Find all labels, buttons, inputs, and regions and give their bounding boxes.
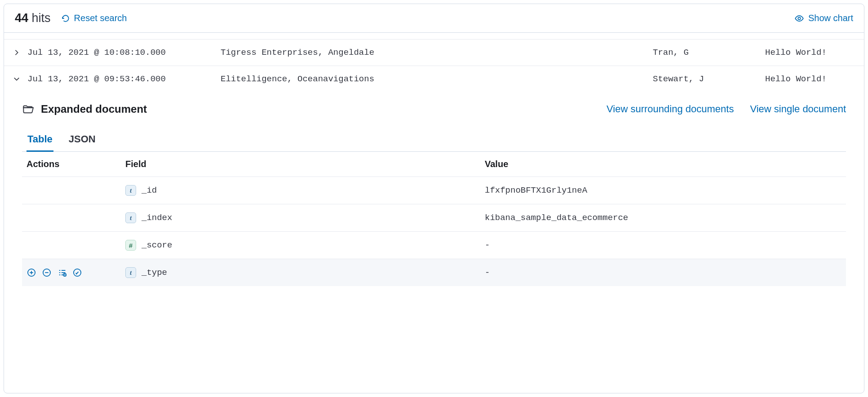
expanded-header: Expanded document View surrounding docum…	[22, 103, 846, 115]
eye-icon	[795, 14, 804, 23]
field-name: _id	[142, 185, 157, 195]
expand-toggle[interactable]	[13, 75, 20, 83]
discover-panel: 44 hits Reset search Show chart	[4, 4, 864, 393]
col-company: Elitelligence, Oceanavigations	[221, 74, 653, 84]
field-value-cell: -	[480, 232, 846, 259]
th-actions: Actions	[22, 152, 121, 177]
row-columns: Jul 13, 2021 @ 09:53:46.000 Elitelligenc…	[27, 74, 855, 84]
toggle-column-icon[interactable]	[57, 268, 67, 278]
svg-point-0	[798, 17, 801, 20]
field-name-cell: t _id	[121, 177, 480, 204]
doc-tabs: Table JSON	[22, 129, 846, 152]
field-row: t _type -	[22, 259, 846, 287]
expand-toggle[interactable]	[13, 49, 20, 56]
field-name: _index	[142, 213, 172, 223]
actions-cell	[22, 204, 121, 232]
hits-number: 44	[15, 11, 28, 25]
tab-json[interactable]: JSON	[68, 129, 97, 152]
tab-table[interactable]: Table	[27, 129, 53, 152]
filter-out-icon[interactable]	[42, 268, 52, 278]
expanded-document: Expanded document View surrounding docum…	[4, 92, 864, 286]
field-row: # _score -	[22, 232, 846, 259]
col-name: Tran, G	[653, 48, 765, 57]
field-value-cell: kibana_sample_data_ecommerce	[480, 204, 846, 232]
filter-exists-icon[interactable]	[72, 268, 82, 278]
field-name: _score	[142, 240, 172, 250]
col-message: Hello World!	[765, 74, 855, 84]
field-value-cell: -	[480, 259, 846, 287]
col-message: Hello World!	[765, 48, 855, 57]
actions-cell	[22, 232, 121, 259]
th-value: Value	[480, 152, 846, 177]
field-name-cell: # _score	[121, 232, 480, 259]
refresh-icon	[62, 14, 70, 22]
folder-open-icon	[22, 103, 34, 115]
result-row: Jul 13, 2021 @ 09:53:46.000 Elitelligenc…	[4, 66, 864, 92]
field-table: Actions Field Value t _id lfxfpnoBFTX1Gr…	[22, 152, 846, 286]
filter-in-icon[interactable]	[27, 268, 36, 278]
field-name: _type	[142, 268, 167, 278]
show-chart-button[interactable]: Show chart	[795, 13, 853, 23]
results-scroll-area[interactable]: Jul 13, 2021 @ 10:08:10.000 Tigress Ente…	[4, 33, 864, 393]
expanded-links: View surrounding documents View single d…	[607, 103, 846, 115]
hits-label: hits	[32, 11, 51, 25]
hits-count: 44 hits	[15, 11, 51, 25]
expanded-title-text: Expanded document	[41, 103, 147, 115]
field-row: t _index kibana_sample_data_ecommerce	[22, 204, 846, 232]
field-type-badge: t	[125, 267, 136, 278]
actions-cell	[22, 259, 121, 287]
col-time: Jul 13, 2021 @ 10:08:10.000	[27, 48, 221, 57]
col-company: Tigress Enterprises, Angeldale	[221, 48, 653, 57]
view-surrounding-link[interactable]: View surrounding documents	[607, 103, 734, 115]
col-name: Stewart, J	[653, 74, 765, 84]
actions-cell	[22, 177, 121, 204]
row-columns: Jul 13, 2021 @ 10:08:10.000 Tigress Ente…	[27, 48, 855, 57]
field-name-cell: t _type	[121, 259, 480, 287]
show-chart-label: Show chart	[808, 13, 853, 23]
view-single-link[interactable]: View single document	[750, 103, 846, 115]
toolbar-left: 44 hits Reset search	[15, 11, 127, 25]
chevron-right-icon	[13, 49, 20, 56]
expanded-title: Expanded document	[22, 103, 147, 115]
reset-search-label: Reset search	[74, 13, 127, 23]
result-row: Jul 13, 2021 @ 10:08:10.000 Tigress Ente…	[4, 39, 864, 66]
field-type-badge: #	[125, 240, 136, 251]
chevron-down-icon	[13, 76, 20, 82]
reset-search-button[interactable]: Reset search	[62, 13, 127, 23]
field-value-cell: lfxfpnoBFTX1Grly1neA	[480, 177, 846, 204]
toolbar: 44 hits Reset search Show chart	[4, 4, 864, 32]
th-field: Field	[121, 152, 480, 177]
col-time: Jul 13, 2021 @ 09:53:46.000	[27, 74, 221, 84]
field-name-cell: t _index	[121, 204, 480, 232]
field-row: t _id lfxfpnoBFTX1Grly1neA	[22, 177, 846, 204]
field-type-badge: t	[125, 212, 136, 223]
field-type-badge: t	[125, 185, 136, 196]
